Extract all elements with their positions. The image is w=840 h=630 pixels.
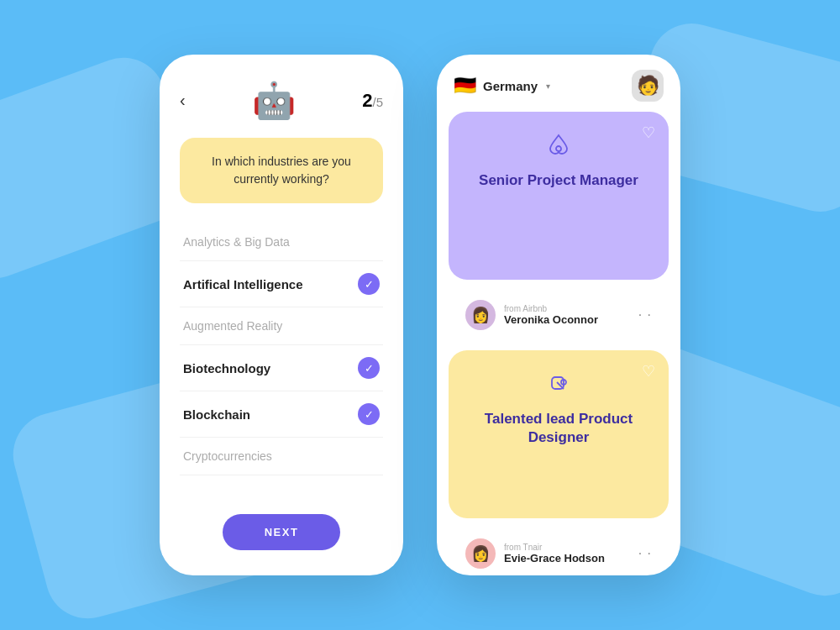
next-button[interactable]: NEXT — [223, 514, 341, 550]
from-label-2: from Tnair — [504, 543, 630, 552]
airbnb-icon — [545, 132, 572, 165]
dropdown-arrow-icon: ▾ — [546, 81, 550, 91]
user-avatar-icon: 🧑 — [637, 75, 659, 97]
industry-label-blockchain: Blockchain — [183, 407, 250, 422]
poster-avatar-img-1: 👩 — [465, 300, 496, 330]
robot-mascot: 🤖 — [252, 80, 296, 121]
location-name: Germany — [483, 79, 538, 93]
job-cards-container: ♡ Senior Project Manager 👩 from Airbnb V… — [437, 112, 680, 575]
step-counter: 2/5 — [362, 90, 383, 112]
left-phone-header: ‹ 🤖 2/5 — [180, 80, 383, 121]
step-total: 5 — [376, 95, 383, 109]
favorite-icon-2[interactable]: ♡ — [642, 362, 655, 381]
location-selector[interactable]: 🇩🇪 Germany ▾ — [454, 75, 550, 97]
check-icon-ai: ✓ — [358, 273, 380, 295]
industry-biotech[interactable]: Biotechnology ✓ — [180, 345, 383, 391]
question-text: In which industries are you currently wo… — [212, 155, 351, 186]
industry-label-crypto: Cryptocurrencies — [183, 449, 272, 463]
svg-point-0 — [556, 146, 561, 151]
check-icon-blockchain: ✓ — [358, 403, 380, 425]
job-title-2: Talented lead Product Designer — [465, 410, 652, 447]
industry-list: Analytics & Big Data Artifical Intellige… — [180, 223, 383, 497]
user-avatar-button[interactable]: 🧑 — [632, 70, 664, 102]
question-box: In which industries are you currently wo… — [180, 138, 383, 203]
industry-ai[interactable]: Artifical Intelligence ✓ — [180, 261, 383, 307]
industry-analytics[interactable]: Analytics & Big Data — [180, 223, 383, 261]
check-icon-biotech: ✓ — [358, 357, 380, 379]
industry-ar[interactable]: Augmented Reality — [180, 307, 383, 345]
right-phone: 🇩🇪 Germany ▾ 🧑 ♡ Senior Project Manager … — [437, 55, 680, 575]
left-phone: ‹ 🤖 2/5 In which industries are you curr… — [160, 55, 403, 575]
poster-info-2: from Tnair Evie-Grace Hodson — [504, 543, 630, 564]
industry-label-analytics: Analytics & Big Data — [183, 235, 290, 249]
flag-icon: 🇩🇪 — [454, 75, 476, 97]
from-label-1: from Airbnb — [504, 304, 630, 313]
industry-blockchain[interactable]: Blockchain ✓ — [180, 391, 383, 438]
back-button[interactable]: ‹ — [180, 91, 186, 110]
job-card-2: ♡ Talented lead Product Designer — [449, 350, 669, 518]
poster-avatar-2: 👩 — [465, 538, 496, 569]
industry-label-biotech: Biotechnology — [183, 361, 270, 375]
industry-crypto[interactable]: Cryptocurrencies — [180, 438, 383, 475]
poster-row-1: 👩 from Airbnb Veronika Oconnor · · — [449, 291, 669, 339]
card-menu-dots-2[interactable]: · · — [638, 546, 652, 561]
industry-label-ai: Artifical Intelligence — [183, 277, 303, 291]
poster-info-1: from Airbnb Veronika Oconnor — [504, 304, 630, 326]
poster-row-2: 👩 from Tnair Evie-Grace Hodson · · — [449, 530, 669, 575]
step-current: 2 — [362, 90, 372, 111]
right-phone-header: 🇩🇪 Germany ▾ 🧑 — [437, 55, 680, 112]
job-title-1: Senior Project Manager — [479, 171, 638, 190]
industry-label-ar: Augmented Reality — [183, 319, 282, 333]
poster-avatar-1: 👩 — [465, 300, 496, 330]
job-card-1: ♡ Senior Project Manager — [449, 112, 669, 280]
poster-avatar-img-2: 👩 — [465, 538, 496, 569]
poster-name-1: Veronika Oconnor — [504, 313, 630, 326]
tag-icon — [545, 370, 572, 403]
poster-name-2: Evie-Grace Hodson — [504, 552, 630, 564]
card-menu-dots-1[interactable]: · · — [638, 307, 652, 323]
favorite-icon-1[interactable]: ♡ — [642, 123, 655, 142]
